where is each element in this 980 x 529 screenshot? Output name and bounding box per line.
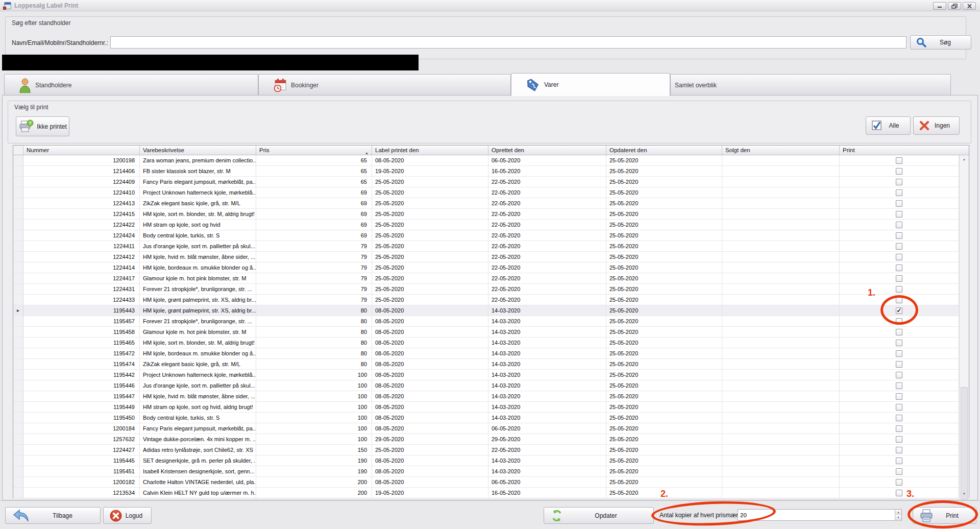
print-checkbox[interactable] <box>896 200 902 207</box>
tab-bookinger[interactable]: Bookinger <box>258 74 511 95</box>
column-header-oprettet-den[interactable]: Oprettet den <box>488 146 606 155</box>
print-checkbox[interactable] <box>896 458 902 464</box>
print-checkbox[interactable] <box>896 329 902 335</box>
print-checkbox[interactable] <box>896 286 902 293</box>
print-checkbox[interactable] <box>896 211 902 218</box>
table-row[interactable]: 1195465HM kjole, sort m. blonder, str. M… <box>13 338 959 348</box>
tab-samlet-overblik[interactable]: Samlet overblik <box>670 74 951 95</box>
table-row[interactable]: 1224415HM kjole, sort m. blonder, str. M… <box>13 209 959 220</box>
table-row[interactable]: 1195446Jus d'orange kjole, sort m. palli… <box>13 380 959 391</box>
scrollbar-thumb[interactable] <box>961 387 968 499</box>
print-checkbox[interactable] <box>896 361 902 368</box>
cell-pris: 79 <box>256 284 372 294</box>
table-row[interactable]: 1224412HM kjole, hvid m. blåt mønster, å… <box>13 252 959 262</box>
column-header-label-printet-den[interactable]: Label printet den <box>372 146 488 155</box>
table-row[interactable]: 1257632Vintage dukke-porcelæn. 4x mini k… <box>13 434 959 445</box>
copies-input[interactable] <box>738 509 902 521</box>
table-row[interactable]: 1195449HM stram op kjole, sort og hvid, … <box>13 402 959 413</box>
minimize-button[interactable] <box>933 2 946 10</box>
scroll-down-icon[interactable]: ▼ <box>960 490 969 498</box>
table-row[interactable]: 1195447HM kjole, hvid m. blåt mønster, å… <box>13 391 959 402</box>
update-button[interactable]: Opdater <box>544 507 654 524</box>
print-checkbox[interactable] <box>896 468 902 475</box>
table-row[interactable]: 1224424Body central kjole, turkis, str. … <box>13 230 959 241</box>
column-header-nummer[interactable]: Nummer <box>23 146 140 155</box>
print-checkbox[interactable] <box>896 179 902 185</box>
print-checkbox[interactable] <box>896 318 902 325</box>
spinner-up-icon[interactable]: ▲ <box>895 510 901 515</box>
print-checkbox[interactable] <box>896 382 902 389</box>
table-row[interactable]: 1224413ZikZak elegant basic kjole, grå, … <box>13 198 959 209</box>
print-checkbox[interactable] <box>896 372 902 378</box>
copies-spinner[interactable]: ▲ ▼ <box>895 510 901 520</box>
print-checkbox[interactable] <box>896 340 902 346</box>
print-checkbox[interactable] <box>896 297 902 303</box>
table-row[interactable]: 1195457Forever 21 stropkjole*, brunligor… <box>13 316 959 327</box>
search-input[interactable] <box>110 36 906 49</box>
print-checkbox[interactable] <box>896 232 902 239</box>
close-button[interactable] <box>963 2 976 10</box>
print-checkbox[interactable] <box>896 490 902 496</box>
table-row[interactable]: 1224433HM kjole, grønt palmeprint, str. … <box>13 295 959 305</box>
print-checkbox[interactable] <box>896 243 902 250</box>
select-none-button[interactable]: Ingen <box>913 116 960 135</box>
table-row[interactable]: 1195451Isabell Kristensen designerkjole,… <box>13 466 959 477</box>
restore-button[interactable] <box>948 2 961 10</box>
cell-label-printet-den: 08-05-2020 <box>372 359 488 369</box>
print-checkbox[interactable]: ✓ <box>896 307 902 314</box>
table-row[interactable]: ►1195443HM kjole, grønt palmeprint, str.… <box>13 305 959 316</box>
not-printed-button[interactable]: ? Ikke printet <box>16 116 69 136</box>
search-button[interactable]: Søg <box>910 35 971 50</box>
table-row[interactable]: 1224410Project Unknown halterneck kjole,… <box>13 187 959 198</box>
print-checkbox[interactable] <box>896 436 902 443</box>
print-checkbox[interactable] <box>896 479 902 486</box>
table-row[interactable]: 1224414HM kjole, bordeaux m. smukke blon… <box>13 262 959 273</box>
print-checkbox[interactable] <box>896 264 902 271</box>
logout-button[interactable]: Logud <box>103 507 152 524</box>
table-row[interactable]: 1195474ZikZak elegant basic kjole, grå, … <box>13 359 959 370</box>
table-row[interactable]: 1195458Glamour kjole m. hot pink blomste… <box>13 327 959 338</box>
table-row[interactable]: 1200182Charlotte Halton VINTAGE nederdel… <box>13 477 959 488</box>
print-checkbox[interactable] <box>896 425 902 432</box>
table-row[interactable]: 1224409Fancy Paris elegant jumpsuit, mør… <box>13 177 959 187</box>
table-row[interactable]: 1195450Body central kjole, turkis, str. … <box>13 413 959 423</box>
table-row[interactable]: 1195442Project Unknown halterneck kjole,… <box>13 370 959 380</box>
print-checkbox[interactable] <box>896 222 902 228</box>
select-all-button[interactable]: Alle <box>866 116 911 135</box>
print-checkbox[interactable] <box>896 447 902 453</box>
print-checkbox[interactable] <box>896 393 902 400</box>
scroll-up-icon[interactable]: ▲ <box>960 155 969 164</box>
print-checkbox[interactable] <box>896 168 902 175</box>
back-button[interactable]: Tilbage <box>5 507 101 524</box>
table-row[interactable]: 1214406FB sister klassisk sort blazer, s… <box>13 166 959 177</box>
table-row[interactable]: 1224427Adidas retro lynlåstrøje, sort Ch… <box>13 445 959 455</box>
table-row[interactable]: 1224431Forever 21 stropkjole*, brunligor… <box>13 284 959 295</box>
table-row[interactable]: 1200198Zara woman jeans, premium denim c… <box>13 155 959 166</box>
column-header-pris[interactable]: Pris▲ <box>256 146 372 155</box>
table-row[interactable]: 1195472HM kjole, bordeaux m. smukke blon… <box>13 348 959 359</box>
print-checkbox[interactable] <box>896 157 902 164</box>
table-row[interactable]: 1200184Fancy Paris elegant jumpsuit, mør… <box>13 423 959 434</box>
table-row[interactable]: 1224411Jus d'orange kjole, sort m. palli… <box>13 241 959 252</box>
print-checkbox[interactable] <box>896 275 902 282</box>
column-header-print[interactable]: Print <box>840 146 969 155</box>
table-row[interactable]: 1213534Calvin Klein HELT NY guld top u/æ… <box>13 488 959 498</box>
print-checkbox[interactable] <box>896 404 902 411</box>
tab-standholdere[interactable]: Standholdere <box>4 74 258 95</box>
table-row[interactable]: 1224417Glamour kjole m. hot pink blomste… <box>13 273 959 284</box>
print-button[interactable]: Print <box>913 507 976 524</box>
print-checkbox[interactable] <box>896 189 902 196</box>
print-checkbox[interactable] <box>896 350 902 357</box>
cell-oprettet-den: 14-03-2020 <box>488 316 606 326</box>
tab-varer[interactable]: Varer <box>511 73 670 96</box>
cell-print <box>840 284 959 294</box>
column-header-varebeskrivelse[interactable]: Varebeskrivelse <box>140 146 256 155</box>
print-checkbox[interactable] <box>896 254 902 260</box>
column-header-solgt-den[interactable]: Solgt den <box>722 146 840 155</box>
table-row[interactable]: 1224422HM stram op kjole, sort og hvid69… <box>13 220 959 230</box>
print-checkbox[interactable] <box>896 415 902 421</box>
column-header-opdateret-den[interactable]: Opdateret den <box>606 146 722 155</box>
vertical-scrollbar[interactable]: ▲ ▼ <box>959 155 969 498</box>
table-row[interactable]: 1195445SET designerkjole, grå m. perler … <box>13 455 959 466</box>
spinner-down-icon[interactable]: ▼ <box>895 515 901 520</box>
